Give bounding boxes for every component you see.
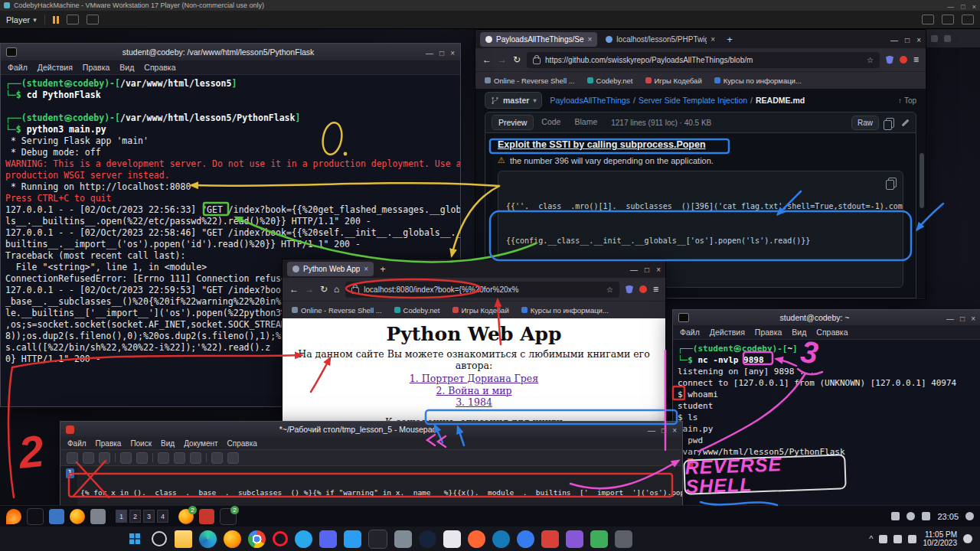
window-control[interactable]: □: [439, 49, 444, 57]
taskbar-app-icon[interactable]: [541, 530, 559, 548]
vscode-icon[interactable]: [344, 530, 361, 548]
notepad-icon[interactable]: [443, 530, 461, 548]
breadcrumb-folder[interactable]: Server Side Template Injection: [639, 96, 747, 105]
paste-icon[interactable]: [190, 452, 201, 464]
window-control[interactable]: ×: [971, 315, 975, 323]
editor-launcher-icon[interactable]: [90, 509, 106, 524]
undo-icon[interactable]: [120, 452, 132, 464]
vmware-app-icon[interactable]: [394, 530, 412, 548]
edge-icon[interactable]: [199, 530, 217, 548]
terminal-titlebar[interactable]: student@codeby: ~ —□×: [673, 310, 980, 325]
menu-item[interactable]: Файл: [67, 439, 87, 448]
back-button[interactable]: ←: [482, 54, 492, 65]
terminal-window-netcat[interactable]: student@codeby: ~ —□× ФайлДействияПравка…: [672, 309, 980, 507]
workspace-button[interactable]: 4: [157, 510, 168, 523]
window-control[interactable]: ×: [656, 266, 661, 274]
taskbar-app-icon[interactable]: [590, 530, 608, 548]
menu-item[interactable]: Вид: [119, 63, 134, 72]
extension-icon[interactable]: [639, 285, 647, 293]
bookmark-item[interactable]: Курсы по информаци...: [521, 306, 609, 315]
window-control[interactable]: ×: [972, 3, 976, 11]
new-tab-button[interactable]: +: [724, 34, 736, 45]
taskbar-app-icon[interactable]: [615, 530, 632, 548]
tab-payloadsallthethings[interactable]: PayloadsAllTheThings/Se ×: [480, 32, 597, 47]
file-manager-icon[interactable]: [49, 509, 64, 524]
workspace-button[interactable]: 2: [129, 510, 141, 523]
scrollbar[interactable]: [920, 153, 924, 208]
bookmark-star-icon[interactable]: ☆: [867, 56, 874, 64]
menu-item[interactable]: Справка: [144, 63, 175, 72]
discord-icon[interactable]: [319, 530, 337, 548]
terminal-titlebar[interactable]: student@codeby: /var/www/html/lesson5/Py…: [1, 44, 460, 60]
extension-icon[interactable]: [900, 56, 907, 64]
bookmark-item[interactable]: Codeby.net: [394, 306, 440, 315]
forward-button[interactable]: →: [305, 284, 314, 295]
firefox-icon[interactable]: [224, 530, 241, 548]
menu-item[interactable]: Вид: [161, 439, 175, 448]
window-control[interactable]: □: [905, 36, 910, 44]
vm-clock[interactable]: 23:05: [937, 512, 959, 521]
menu-item[interactable]: Файл: [680, 328, 700, 337]
menu-item[interactable]: Правка: [755, 328, 782, 337]
firefox-launcher-icon[interactable]: [70, 509, 85, 524]
menu-item[interactable]: Действия: [38, 63, 73, 72]
window-control[interactable]: □: [960, 315, 965, 323]
close-tab-icon[interactable]: ×: [364, 265, 368, 273]
back-to-top-link[interactable]: ↑ Top: [898, 96, 916, 105]
volume-icon[interactable]: [893, 535, 902, 543]
bookmark-item[interactable]: Курсы по информаци...: [714, 77, 802, 85]
hidden-icons-button[interactable]: ^: [869, 534, 873, 543]
window-control[interactable]: —: [648, 426, 655, 435]
reload-button[interactable]: ↻: [513, 54, 521, 65]
firefox-window-button[interactable]: 2: [178, 509, 194, 524]
cut-icon[interactable]: [158, 452, 169, 464]
menu-button[interactable]: ≡: [653, 284, 658, 295]
menu-item[interactable]: Поиск: [130, 439, 152, 448]
menu-item[interactable]: Действия: [710, 328, 745, 337]
copy-icon[interactable]: [886, 118, 894, 128]
network-icon[interactable]: [922, 512, 930, 520]
notifications-button[interactable]: [963, 534, 972, 543]
back-button[interactable]: ←: [289, 284, 299, 295]
branch-selector[interactable]: master ▾: [485, 92, 542, 109]
window-control[interactable]: —: [426, 49, 433, 57]
new-tab-button[interactable]: +: [377, 263, 389, 275]
settings-icon[interactable]: [962, 15, 974, 24]
wireshark-icon[interactable]: [492, 530, 510, 548]
bookmark-item[interactable]: Online - Reverse Shell ...: [292, 306, 382, 315]
terminal-app-icon[interactable]: [368, 530, 387, 549]
keyboard-icon[interactable]: [891, 512, 900, 520]
clock[interactable]: 11:05 PM 10/2/2023: [923, 530, 957, 547]
tab-localhost-phptwig[interactable]: localhost/lesson5/PHPTwigl ×: [600, 32, 720, 47]
unity-icon[interactable]: [922, 15, 934, 24]
copy-icon[interactable]: [174, 452, 185, 464]
window-control[interactable]: ×: [916, 36, 921, 44]
home-button[interactable]: ⌂: [334, 284, 339, 295]
close-tab-icon[interactable]: ×: [710, 35, 715, 44]
editor-text[interactable]: {% for x in ().__class__.__base__.__subc…: [77, 466, 682, 506]
bookmark-star-icon[interactable]: ☆: [606, 285, 613, 294]
snapshot-icon[interactable]: [942, 15, 954, 24]
telegram-icon[interactable]: [295, 530, 312, 548]
save-icon[interactable]: [99, 452, 110, 464]
power-icon[interactable]: [965, 512, 974, 520]
bookmark-item[interactable]: Codeby.net: [587, 77, 633, 85]
terminal-output[interactable]: ┌──(student㉿codeby)-[~]└─$ nc -nvlp 9898…: [673, 340, 980, 472]
file-explorer-icon[interactable]: [175, 530, 192, 548]
network-icon[interactable]: [879, 535, 887, 543]
menu-item[interactable]: Справка: [227, 439, 257, 448]
battery-icon[interactable]: [908, 535, 916, 543]
menu-item[interactable]: Правка: [96, 439, 122, 448]
window-control[interactable]: □: [662, 426, 666, 435]
editor-titlebar[interactable]: *~/Рабочий стол/tmp_lesson_5 - Mousepad …: [60, 422, 682, 437]
window-control[interactable]: ×: [672, 426, 677, 435]
terminal-window-button[interactable]: 2: [220, 508, 237, 525]
book-link-3[interactable]: 3. 1984: [283, 396, 665, 409]
workspace-button[interactable]: 1: [116, 510, 127, 523]
url-bar[interactable]: https://github.com/swisskyrepo/PayloadsA…: [527, 52, 880, 68]
player-menu[interactable]: Player ▾: [6, 15, 37, 24]
mousepad-window-button[interactable]: [199, 509, 214, 524]
menu-item[interactable]: Документ: [184, 439, 217, 448]
opera-icon[interactable]: [273, 531, 288, 546]
window-control[interactable]: —: [890, 36, 898, 44]
